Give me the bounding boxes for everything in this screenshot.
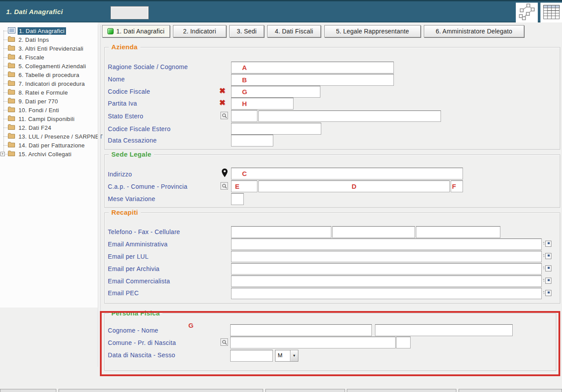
email-icon[interactable] <box>543 241 552 247</box>
input-email-pec[interactable] <box>231 288 542 299</box>
search-icon[interactable] <box>220 112 228 119</box>
tree-expand-icon[interactable]: + <box>0 152 5 156</box>
tree-scrollbar[interactable] <box>98 25 101 367</box>
tree-item-altri-enti[interactable]: 3. Altri Enti Previdenziali <box>8 44 97 53</box>
required-x-icon: ✖ <box>219 87 225 95</box>
input-cap[interactable] <box>231 180 257 192</box>
input-cognome[interactable] <box>230 324 372 336</box>
tree-item-label: 3. Altri Enti Previdenziali <box>17 45 85 52</box>
input-data-cessazione[interactable] <box>231 135 273 147</box>
tree-item-dati-770[interactable]: 9. Dati per 770 <box>8 97 97 106</box>
label-email-amministrativa: Email Amministrativa <box>108 241 168 248</box>
email-icon[interactable] <box>543 278 552 284</box>
tree-item-ratei[interactable]: 8. Ratei e Formule <box>8 88 97 97</box>
tree-item-dati-f24[interactable]: 12. Dati F24 <box>8 123 97 132</box>
input-email-commercialista[interactable] <box>231 275 542 287</box>
tree-item-label: 14. Dati per Fatturazione <box>17 142 86 149</box>
input-comune-nascita[interactable] <box>230 337 396 348</box>
input-cellulare[interactable] <box>416 226 500 238</box>
email-icon[interactable] <box>543 253 552 259</box>
chevron-down-icon[interactable]: ▼ <box>290 350 298 361</box>
input-email-lul[interactable] <box>231 251 542 262</box>
input-fax[interactable] <box>332 226 415 238</box>
search-icon[interactable] <box>220 182 228 190</box>
tree-item-fondi-enti[interactable]: 10. Fondi / Enti <box>8 106 97 114</box>
label-email-archivia: Email per Archivia <box>108 265 159 272</box>
tree-item-label: 12. Dati F24 <box>17 124 52 132</box>
tree-item-lul-presenze[interactable]: 13. LUL / Presenze / SARPNET <box>8 132 97 141</box>
folder-icon <box>8 98 15 105</box>
tree-item-fiscale[interactable]: 4. Fiscale <box>8 53 97 62</box>
tree-item-label: 6. Tabelle di procedura <box>17 71 81 79</box>
input-stato-estero-descrizione[interactable] <box>258 110 441 122</box>
tree-item-archivi-collegati[interactable]: + 15. Archivi Collegati <box>8 150 97 158</box>
label-cognome-nome: Cognome - Nome <box>108 327 158 334</box>
label-codice-fiscale: Codice Fiscale <box>108 88 150 95</box>
tree-item-label: 13. LUL / Presenze / SARPNET <box>17 133 104 140</box>
folder-icon <box>8 80 15 87</box>
tree-item-fatturazione[interactable]: 14. Dati per Fatturazione <box>8 141 97 150</box>
input-codice-fiscale-estero[interactable] <box>231 123 321 135</box>
label-partita-iva: Partita Iva <box>108 100 137 107</box>
bottom-button[interactable] <box>59 389 263 392</box>
input-comune[interactable] <box>258 180 450 192</box>
tree-item-label: 11. Campi Disponibili <box>17 115 76 123</box>
input-email-amministrativa[interactable] <box>231 238 542 250</box>
header-code-input[interactable] <box>111 7 148 19</box>
label-comune-pr-nascita: Comune - Pr. di Nascita <box>108 339 176 346</box>
input-pr-nascita[interactable] <box>396 337 411 348</box>
tree-item-tabelle[interactable]: 6. Tabelle di procedura <box>8 70 97 79</box>
tree-item-indicatori-procedura[interactable]: 7. Indicatori di procedura <box>8 79 97 88</box>
label-mese-variazione: Mese Variazione <box>108 195 155 202</box>
bottom-button[interactable] <box>459 389 562 392</box>
tree-item-dati-inps[interactable]: 2. Dati Inps <box>8 35 97 44</box>
tree-item-label: 1. Dati Anagrafici <box>18 27 66 35</box>
tab-dati-anagrafici[interactable]: 1. Dati Anagrafici <box>102 25 170 37</box>
group-recapiti-title: Recapiti <box>109 209 141 216</box>
input-indirizzo[interactable] <box>231 168 463 180</box>
tree-item-collegamenti[interactable]: 5. Collegamenti Aziendali <box>8 62 97 70</box>
label-email-lul: Email per LUL <box>108 253 149 260</box>
label-email-commercialista: Email Commercialista <box>108 278 170 285</box>
table-view-button[interactable] <box>540 3 562 22</box>
tab-sedi[interactable]: 3. Sedi <box>229 25 264 37</box>
bottom-button[interactable] <box>0 389 56 392</box>
green-status-icon <box>107 28 114 34</box>
tree-item-label: 5. Collegamenti Aziendali <box>17 62 87 70</box>
folder-icon <box>8 133 15 140</box>
tab-label: 1. Dati Anagrafici <box>116 28 164 35</box>
tree-item-campi-disponibili[interactable]: 11. Campi Disponibili <box>8 114 97 123</box>
input-nome[interactable] <box>231 74 394 86</box>
input-partita-iva[interactable] <box>231 98 294 110</box>
folder-icon <box>8 124 15 131</box>
input-ragione-sociale[interactable] <box>231 62 394 73</box>
tab-label: 5. Legale Rappresentante <box>336 28 409 35</box>
email-icon[interactable] <box>543 265 552 271</box>
tree-item-dati-anagrafici[interactable]: 1. Dati Anagrafici <box>8 26 97 35</box>
input-telefono[interactable] <box>231 226 331 238</box>
folder-icon <box>8 106 15 114</box>
flowchart-view-button[interactable] <box>516 3 538 22</box>
input-codice-fiscale[interactable] <box>231 86 320 98</box>
input-stato-estero-codice[interactable] <box>231 110 257 122</box>
bottom-button[interactable] <box>347 389 456 392</box>
tab-legale-rappresentante[interactable]: 5. Legale Rappresentante <box>324 25 421 37</box>
group-azienda-title: Azienda <box>109 43 140 51</box>
folder-icon <box>8 36 15 43</box>
tree-item-label: 9. Dati per 770 <box>17 98 59 105</box>
input-provincia[interactable] <box>451 180 463 192</box>
input-mese-variazione[interactable] <box>231 193 244 205</box>
tree-item-label: 7. Indicatori di procedura <box>17 80 86 88</box>
email-icon[interactable] <box>543 290 552 296</box>
search-icon[interactable] <box>220 338 228 346</box>
sesso-select[interactable]: M ▼ <box>275 350 298 362</box>
input-email-archivia[interactable] <box>231 263 542 275</box>
tab-amministratore-delegato[interactable]: 6. Amministratore Delegato <box>424 25 524 37</box>
tab-dati-fiscali[interactable]: 4. Dati Fiscali <box>267 25 321 37</box>
input-nome-persona[interactable] <box>375 324 513 336</box>
form-list-icon <box>8 27 15 35</box>
input-data-nascita[interactable] <box>230 350 273 362</box>
tab-indicatori[interactable]: 2. Indicatori <box>173 25 226 37</box>
app-window: 1. Dati Anagrafici <box>0 0 562 392</box>
bottom-button[interactable] <box>265 389 345 392</box>
